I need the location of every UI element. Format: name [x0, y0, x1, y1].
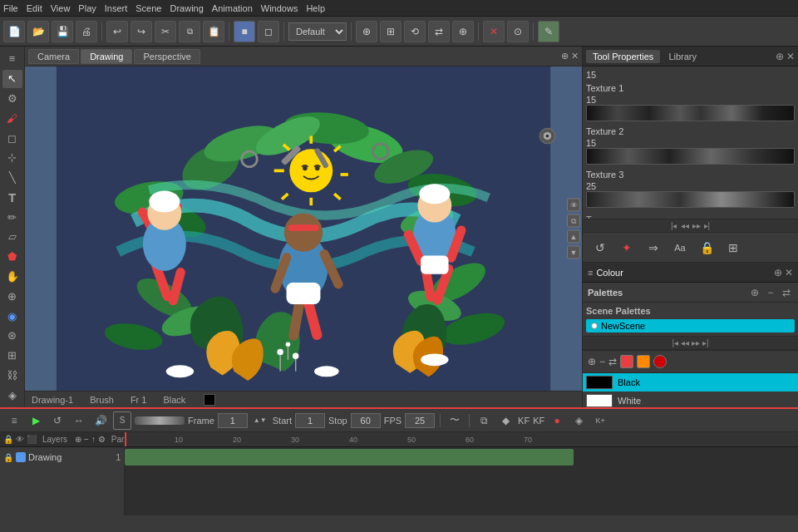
hand-tool[interactable]: ✋ — [2, 268, 22, 286]
tl-menu-btn[interactable]: ≡ — [5, 411, 23, 430]
tl-onion-btn[interactable]: ⧉ — [475, 411, 493, 430]
eraser-tool[interactable]: ◻ — [2, 129, 22, 147]
menu-scene[interactable]: Scene — [135, 3, 161, 13]
texture-item-2[interactable]: Texture 2 15 — [586, 126, 795, 166]
eye-layer-icon[interactable]: 👁 — [16, 435, 24, 444]
texture-item-3[interactable]: Texture 3 25 — [586, 170, 795, 209]
undo-button[interactable]: ↩ — [106, 21, 128, 42]
pal-scroll-prev[interactable]: ◂◂ — [681, 338, 689, 347]
drawing-track-row[interactable] — [125, 447, 798, 467]
zoom-button[interactable]: ⊕ — [452, 21, 474, 42]
magnet-button[interactable]: ⊕ — [356, 21, 377, 42]
tl-loop-btn[interactable]: ↺ — [48, 411, 66, 430]
color-row-white[interactable]: White — [583, 392, 798, 410]
hamburger-menu[interactable]: ≡ — [2, 50, 22, 68]
link-palette-btn[interactable]: ⇄ — [780, 287, 793, 298]
pencil-button[interactable]: ✎ — [538, 21, 559, 42]
canvas-arrow-down-btn[interactable]: ▼ — [567, 246, 580, 259]
tl-s-btn[interactable]: S — [113, 411, 131, 430]
shape-tool[interactable]: ▱ — [2, 228, 22, 246]
pal-scroll-next[interactable]: ▸▸ — [692, 338, 700, 347]
frame-range-slider[interactable] — [135, 416, 185, 425]
fx-color-swatch[interactable] — [653, 355, 667, 368]
layer-settings-btn[interactable]: ⚙ — [98, 435, 106, 444]
close-view-icon[interactable]: ✕ — [571, 51, 579, 62]
node-tool[interactable]: ⊛ — [2, 327, 22, 345]
paint-tool[interactable]: 🖌 — [2, 109, 22, 127]
menu-play[interactable]: Play — [78, 3, 96, 13]
brush-settings-tool[interactable]: ⚙ — [2, 90, 22, 108]
remove-palette-btn[interactable]: − — [764, 287, 777, 298]
canvas-viewport[interactable]: 👁 ⧉ ▲ ▼ — [25, 66, 582, 391]
redo-button[interactable]: ↪ — [131, 21, 152, 42]
brush-rotate-icon[interactable]: ↺ — [589, 237, 611, 259]
line-tool[interactable]: ╲ — [2, 169, 22, 187]
palette-item-newscene[interactable]: NewScene — [586, 319, 795, 332]
tl-kplus-btn[interactable]: K+ — [591, 411, 609, 430]
canvas-layer-btn[interactable]: ⧉ — [567, 214, 580, 228]
menu-insert[interactable]: Insert — [105, 3, 128, 13]
brush-arrow-icon[interactable]: ⇒ — [643, 237, 664, 259]
copy-button[interactable]: ⧉ — [179, 21, 200, 42]
panel-expand-icon[interactable]: ≡ — [588, 268, 593, 278]
playhead[interactable] — [125, 432, 126, 446]
scroll-up-arrow[interactable]: |◂ — [671, 221, 677, 230]
canvas-arrow-up-btn[interactable]: ▲ — [567, 230, 580, 244]
camera-tool[interactable]: ◈ — [2, 386, 22, 404]
grid-button[interactable]: ⊞ — [380, 21, 401, 42]
drawing-tab[interactable]: Drawing — [81, 49, 132, 64]
color-swatch-tool[interactable]: ◉ — [2, 307, 22, 325]
cut-button[interactable]: ✂ — [155, 21, 176, 42]
view-dropdown[interactable]: Default — [288, 22, 347, 41]
add-view-icon[interactable]: ⊕ — [561, 51, 569, 62]
minus-layer-btn[interactable]: − — [84, 435, 89, 444]
grid-view-tool[interactable]: ⊞ — [2, 347, 22, 365]
pencil-tool[interactable]: ✏ — [2, 208, 22, 226]
layer-arrow-btn[interactable]: ↑ — [91, 435, 96, 444]
scroll-end-arrow[interactable]: ▸| — [704, 221, 711, 230]
fill-color-swatch[interactable] — [637, 355, 650, 368]
rotate-button[interactable]: ⟲ — [404, 21, 426, 42]
link-color-btn[interactable]: ⇄ — [608, 356, 617, 367]
transform-button[interactable]: ■ — [234, 21, 255, 42]
menu-drawing[interactable]: Drawing — [170, 3, 203, 13]
frame-up-btn[interactable]: ▲▼ — [251, 411, 269, 430]
new-button[interactable]: 📄 — [3, 21, 25, 42]
close-panel-icon[interactable]: ✕ — [786, 51, 795, 62]
color-row-black[interactable]: Black — [583, 373, 798, 392]
add-palette-btn[interactable]: ⊕ — [748, 287, 761, 298]
add-colour-icon[interactable]: ⊕ — [774, 267, 782, 278]
tl-diamond-btn[interactable]: ◈ — [569, 411, 588, 430]
close-x-button[interactable]: ✕ — [483, 21, 505, 42]
tl-red-dot[interactable]: ● — [548, 411, 566, 430]
text-tool[interactable]: T — [2, 188, 22, 206]
paste-button[interactable]: 📋 — [203, 21, 224, 42]
tl-curve-btn[interactable]: 〜 — [446, 411, 464, 430]
stop-input[interactable] — [351, 413, 381, 428]
tl-sound-btn[interactable]: 🔊 — [91, 411, 110, 430]
library-tab[interactable]: Library — [662, 50, 703, 63]
canvas-eye-btn[interactable]: 👁 — [567, 199, 580, 212]
pal-scroll-start[interactable]: |◂ — [672, 338, 678, 347]
brush-red-icon[interactable]: ✦ — [616, 237, 638, 259]
zoom-tool[interactable]: ⊕ — [2, 287, 22, 305]
scroll-next-arrow[interactable]: ▸▸ — [692, 221, 701, 230]
target-button[interactable]: ⊙ — [507, 21, 529, 42]
tool-properties-tab[interactable]: Tool Properties — [586, 50, 660, 63]
menu-file[interactable]: File — [3, 3, 18, 13]
camera-tab[interactable]: Camera — [28, 49, 79, 64]
colour-tab[interactable]: Colour — [596, 268, 623, 278]
menu-edit[interactable]: Edit — [27, 3, 42, 13]
menu-view[interactable]: View — [51, 3, 71, 13]
tl-keyframe-btn[interactable]: ◆ — [496, 411, 515, 430]
menu-animation[interactable]: Animation — [212, 3, 253, 13]
save-button[interactable]: 💾 — [52, 21, 73, 42]
print-button[interactable]: 🖨 — [76, 21, 97, 42]
eyedropper-tool[interactable]: ⊹ — [2, 149, 22, 167]
add-panel-icon[interactable]: ⊕ — [776, 51, 784, 62]
fps-input[interactable] — [405, 413, 435, 428]
pal-scroll-end[interactable]: ▸| — [702, 338, 709, 347]
open-button[interactable]: 📂 — [27, 21, 49, 42]
fill-tool[interactable]: ⬟ — [2, 248, 22, 266]
close-colour-icon[interactable]: ✕ — [785, 267, 793, 278]
